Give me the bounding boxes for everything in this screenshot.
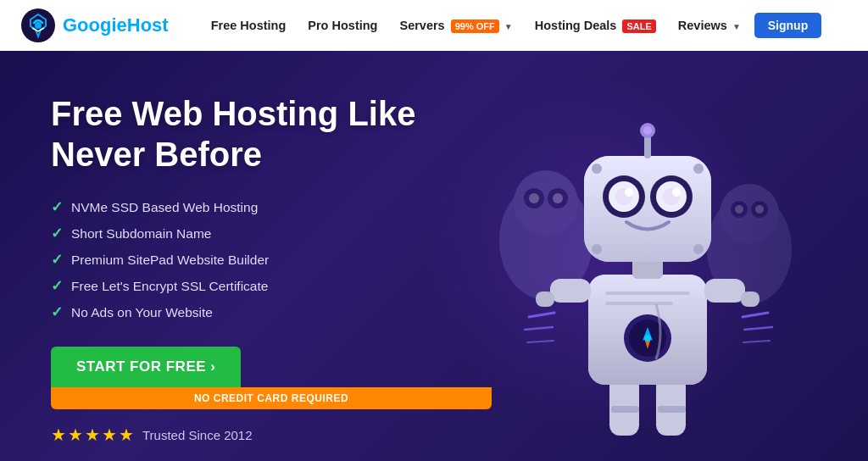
svg-line-30 [525,327,553,330]
svg-point-45 [672,188,681,197]
svg-point-6 [529,193,539,203]
nav-hosting-deals[interactable]: Hosting Deals SALE [526,14,665,37]
no-credit-card-label: NO CREDIT CARD REQUIRED [51,387,492,409]
hero-title: Free Web Hosting Like Never Before [51,93,492,175]
trusted-area: ★★★★★ Trusted Since 2012 [51,425,492,445]
hosting-deals-badge: SALE [622,19,655,33]
svg-rect-16 [611,406,639,413]
svg-line-29 [529,313,554,317]
svg-point-3 [514,170,578,235]
hero-content: Free Web Hosting Like Never Before ✓ NVM… [51,93,492,427]
svg-line-32 [743,313,768,317]
svg-line-34 [743,341,770,342]
svg-point-44 [625,188,633,197]
servers-badge: 99% OFF [451,19,499,33]
feature-1: ✓ NVMe SSD Based Web Hosting [51,198,492,216]
nav-reviews[interactable]: Reviews ▼ [670,14,749,37]
reviews-dropdown-icon: ▼ [732,22,741,31]
logo-googie: Googie [63,14,127,36]
svg-point-48 [643,126,652,135]
hero-features-list: ✓ NVMe SSD Based Web Hosting ✓ Short Sub… [51,198,492,321]
svg-rect-26 [536,292,554,307]
svg-line-33 [744,327,772,330]
robot-illustration [478,71,817,461]
svg-point-1 [35,22,42,29]
logo-text: GoogieHost [63,14,169,36]
logo[interactable]: GoogieHost [20,8,169,43]
svg-point-52 [693,244,704,254]
logo-icon [20,8,56,43]
svg-point-7 [553,193,563,203]
svg-rect-27 [704,279,745,303]
nav-free-hosting[interactable]: Free Hosting [203,14,295,37]
check-icon-4: ✓ [51,277,63,295]
svg-rect-23 [605,292,690,295]
svg-rect-28 [741,292,760,307]
trusted-since-text: Trusted Since 2012 [142,428,253,442]
check-icon-5: ✓ [51,303,63,321]
nav-signup-button[interactable]: Signup [754,13,821,38]
feature-4: ✓ Free Let's Encrypt SSL Certificate [51,277,492,295]
nav-pro-hosting[interactable]: Pro Hosting [299,14,386,37]
check-icon-2: ✓ [51,225,63,242]
feature-5: ✓ No Ads on Your Website [51,303,492,321]
svg-rect-25 [550,279,591,303]
svg-point-12 [735,205,743,214]
star-rating: ★★★★★ [51,425,136,445]
nav-links: Free Hosting Pro Hosting Servers 99% OFF… [203,13,848,38]
check-icon-3: ✓ [51,251,63,269]
cta-area: START FOR FREE › NO CREDIT CARD REQUIRED [51,347,492,409]
svg-line-31 [527,341,554,342]
svg-rect-37 [584,156,711,262]
check-icon-1: ✓ [51,198,63,216]
svg-point-50 [693,164,704,174]
svg-point-9 [720,184,779,243]
svg-rect-46 [644,135,651,158]
svg-point-22 [644,335,651,342]
svg-rect-24 [605,302,673,305]
navbar: GoogieHost Free Hosting Pro Hosting Serv… [0,0,868,51]
start-for-free-button[interactable]: START FOR FREE › [51,347,241,387]
logo-host: Host [127,14,169,36]
svg-point-51 [592,244,602,254]
hero-section: Free Web Hosting Like Never Before ✓ NVM… [0,51,868,461]
nav-servers[interactable]: Servers 99% OFF ▼ [391,14,520,37]
svg-point-13 [755,205,764,214]
feature-2: ✓ Short Subdomain Name [51,225,492,242]
robot-svg [478,71,817,461]
feature-3: ✓ Premium SitePad Website Builder [51,251,492,269]
svg-point-49 [592,164,602,174]
svg-rect-17 [658,406,686,413]
servers-dropdown-icon: ▼ [504,22,513,31]
